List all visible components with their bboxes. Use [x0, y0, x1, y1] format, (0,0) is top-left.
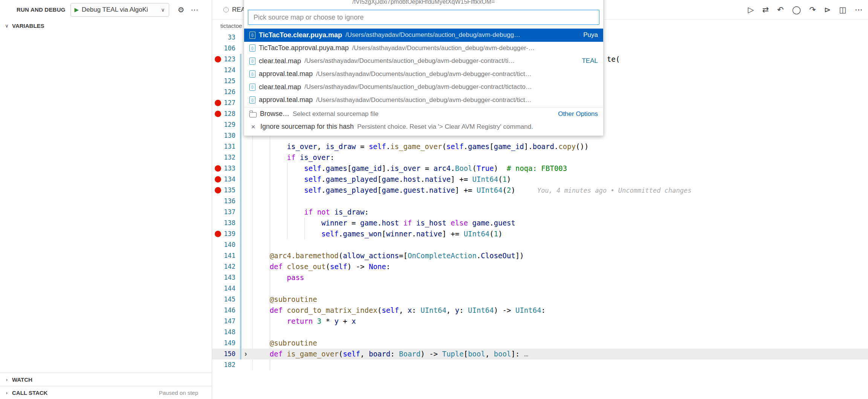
other-options-link[interactable]: Other Options [558, 110, 598, 118]
code-line[interactable]: 134 self.games_played[game.host.native] … [212, 174, 868, 185]
code-line[interactable]: 149 @subroutine [212, 338, 868, 349]
gutter[interactable]: 134 [212, 174, 252, 185]
quickpick-item[interactable]: ×Ignore sourcemap for this hashPersisten… [244, 120, 603, 134]
code-line[interactable]: 139 self.games_won[winner.native] += UIn… [212, 228, 868, 239]
quickpick-item[interactable]: approval.teal.map/Users/asthayadav/Docum… [244, 94, 603, 107]
code-line[interactable]: 133 self.games[game_id].is_over = arc4.B… [212, 163, 868, 174]
code-text[interactable]: if is_over: [252, 152, 868, 163]
modified-indicator [240, 87, 241, 97]
code-text[interactable]: winner = game.host if is_host else game.… [252, 218, 868, 228]
code-text[interactable]: @subroutine [252, 294, 868, 305]
code-text[interactable]: def is_game_over(self, board: Board) -> … [252, 349, 868, 359]
code-line[interactable]: 136 [212, 196, 868, 207]
variables-section-header[interactable]: ∨ VARIABLES [0, 19, 212, 32]
code-text[interactable]: self.games_played[game.host.native] += U… [252, 174, 868, 185]
code-line[interactable]: 140 [212, 239, 868, 250]
code-text[interactable]: @subroutine [252, 338, 868, 349]
breakpoint-icon[interactable] [215, 100, 221, 106]
record-icon[interactable]: ◯ [792, 6, 801, 14]
debug-config-dropdown[interactable]: ▶ Debug TEAL via AlgoKi ∨ [70, 3, 169, 17]
gutter[interactable]: 139 [212, 228, 252, 239]
code-text[interactable]: def close_out(self) -> None: [252, 261, 868, 272]
gutter[interactable]: 137 [212, 207, 252, 218]
code-line[interactable]: 132 if is_over: [212, 152, 868, 163]
fold-chevron-icon[interactable]: › [245, 349, 247, 359]
gutter[interactable]: 141 [212, 250, 252, 261]
code-text[interactable]: pass [252, 272, 868, 283]
code-text[interactable] [252, 196, 868, 207]
code-text[interactable]: @arc4.baremethod(allow_actions=[OnComple… [252, 250, 868, 261]
breakpoint-icon[interactable] [215, 231, 221, 237]
code-line[interactable]: 144 [212, 283, 868, 294]
code-text[interactable]: is_over, is_draw = self.is_game_over(sel… [252, 141, 868, 152]
code-text[interactable]: def coord_to_matrix_index(self, x: UInt6… [252, 305, 868, 316]
code-line[interactable]: 145 @subroutine [212, 294, 868, 305]
breadcrumb-item[interactable]: tictactoe [220, 23, 242, 29]
code-line[interactable]: 150› def is_game_over(self, board: Board… [212, 349, 868, 359]
code-line[interactable]: 182 [212, 359, 868, 370]
breakpoint-icon[interactable] [215, 111, 221, 117]
step-forward-icon[interactable]: ↷ [809, 6, 816, 14]
gutter[interactable]: 142 [212, 261, 252, 272]
quickpick-item-badge: Puya [583, 31, 598, 39]
code-text[interactable] [252, 239, 868, 250]
gutter[interactable]: 182 [212, 359, 252, 370]
code-text[interactable]: if not is_draw: [252, 207, 868, 218]
gutter[interactable]: 145 [212, 294, 252, 305]
code-line[interactable]: 135 self.games_played[game.guest.native]… [212, 185, 868, 196]
code-line[interactable]: 147 return 3 * y + x [212, 316, 868, 327]
code-text[interactable]: return 3 * y + x [252, 316, 868, 327]
breakpoint-icon[interactable] [215, 187, 221, 193]
gutter[interactable]: 132 [212, 152, 252, 163]
continue-icon[interactable]: ⊳ [824, 6, 831, 14]
gutter[interactable]: 147 [212, 316, 252, 327]
gear-icon[interactable]: ⚙ [178, 5, 185, 14]
run-icon[interactable]: ▷ [748, 6, 754, 14]
code-line[interactable]: 131 is_over, is_draw = self.is_game_over… [212, 141, 868, 152]
step-back-icon[interactable]: ↶ [777, 6, 784, 14]
gutter[interactable]: 131 [212, 141, 252, 152]
code-line[interactable]: 137 if not is_draw: [212, 207, 868, 218]
gutter[interactable]: 150› [212, 349, 252, 359]
gutter[interactable]: 148 [212, 327, 252, 338]
code-text[interactable] [252, 359, 868, 370]
watch-section-header[interactable]: › WATCH [0, 373, 212, 386]
quickpick-item[interactable]: clear.teal.map/Users/asthayadav/Document… [244, 55, 603, 68]
gutter[interactable]: 144 [212, 283, 252, 294]
gutter[interactable]: 140 [212, 239, 252, 250]
breakpoint-icon[interactable] [215, 176, 221, 183]
quickpick-item[interactable]: clear.teal.map/Users/asthayadav/Document… [244, 81, 603, 94]
quickpick-item[interactable]: TicTacToe.clear.puya.map/Users/asthayada… [244, 29, 603, 42]
gutter[interactable]: 136 [212, 196, 252, 207]
code-text[interactable]: self.games[game_id].is_over = arc4.Bool(… [252, 163, 868, 174]
code-text[interactable]: self.games_won[winner.native] += UInt64(… [252, 228, 868, 239]
code-line[interactable]: 141 @arc4.baremethod(allow_actions=[OnCo… [212, 250, 868, 261]
more-actions-icon[interactable]: ⋯ [191, 5, 198, 14]
code-text[interactable] [252, 327, 868, 338]
breakpoint-icon[interactable] [215, 56, 221, 62]
code-line[interactable]: 142 def close_out(self) -> None: [212, 261, 868, 272]
gutter[interactable]: 146 [212, 305, 252, 316]
quickpick-item[interactable]: Browse…Select external sourcemap fileOth… [244, 107, 603, 120]
gutter[interactable]: 149 [212, 338, 252, 349]
code-text[interactable] [252, 283, 868, 294]
line-number: 148 [224, 327, 235, 338]
gutter[interactable]: 135 [212, 185, 252, 196]
start-debug-icon[interactable]: ▶ [75, 7, 79, 12]
gutter[interactable]: 138 [212, 218, 252, 228]
code-line[interactable]: 143 pass [212, 272, 868, 283]
code-line[interactable]: 138 winner = game.host if is_host else g… [212, 218, 868, 228]
more-actions-icon[interactable]: ⋯ [855, 6, 863, 14]
gutter[interactable]: 133 [212, 163, 252, 174]
compare-icon[interactable]: ⇄ [762, 6, 769, 14]
call-stack-section-header[interactable]: › CALL STACK Paused on step [0, 386, 212, 399]
breakpoint-icon[interactable] [215, 165, 221, 172]
split-editor-icon[interactable]: ◫ [839, 6, 847, 14]
quickpick-item[interactable]: approval.teal.map/Users/asthayadav/Docum… [244, 68, 603, 81]
code-text[interactable]: self.games_played[game.guest.native] += … [252, 185, 868, 196]
quickpick-input[interactable] [248, 10, 599, 25]
code-line[interactable]: 146 def coord_to_matrix_index(self, x: U… [212, 305, 868, 316]
quickpick-item[interactable]: TicTacToe.approval.puya.map/Users/asthay… [244, 42, 603, 55]
code-line[interactable]: 148 [212, 327, 868, 338]
gutter[interactable]: 143 [212, 272, 252, 283]
